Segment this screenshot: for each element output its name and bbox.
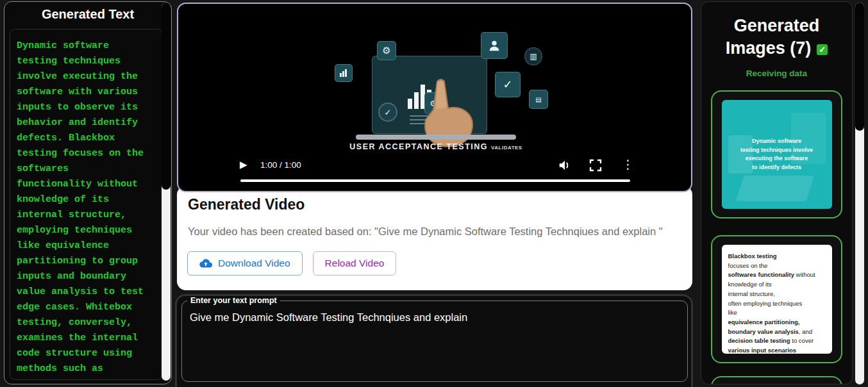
doc-tile-icon: ▤ <box>529 90 548 109</box>
generated-image-card-1[interactable]: Dynamic software testing techniques invo… <box>711 90 842 218</box>
cloud-upload-icon <box>199 259 212 268</box>
thumbnail-caption-sub: VALIDATES <box>491 145 522 151</box>
generated-text-content: Dynamic software testing techniques invo… <box>17 38 159 380</box>
generated-image-1: Dynamic software testing techniques invo… <box>722 100 832 209</box>
bank-tile-icon: ▥ <box>524 47 542 65</box>
prompt-card: Enter your text prompt Give me Dynamic S… <box>175 294 693 387</box>
left-panel-scrollbar[interactable] <box>162 3 171 381</box>
right-panel-scrollbar-thumb[interactable] <box>855 3 864 131</box>
play-button[interactable]: ▶ <box>240 159 247 170</box>
generated-text-container: Dynamic software testing techniques invo… <box>10 29 162 380</box>
gear-tile-icon: ⚙ <box>377 41 396 60</box>
fullscreen-icon <box>589 159 602 172</box>
generated-image-card-3[interactable] <box>711 376 842 384</box>
generated-images-title-line1: Generated <box>701 15 852 37</box>
generated-image-1-text: Dynamic software testing techniques invo… <box>740 137 813 172</box>
thumbnail-caption-main: USER ACCEPTANCE TESTING <box>349 142 488 151</box>
video-time-display: 1:00 / 1:00 <box>260 160 301 170</box>
receiving-data-status: Receiving data <box>701 69 852 78</box>
video-controls: ▶ 1:00 / 1:00 ⋮ <box>178 156 691 177</box>
validate-tile-icon: ✓ <box>495 72 521 97</box>
generated-text-title: Generated Text <box>4 2 171 22</box>
generated-images-panel: Generated Images (7)✓ Receiving data Dyn… <box>701 1 853 384</box>
app-window: Generated Text Dynamic software testing … <box>0 0 868 387</box>
fullscreen-button[interactable] <box>589 159 602 174</box>
left-panel-scrollbar-thumb[interactable] <box>162 3 171 190</box>
target-tile-icon: ✓ <box>378 103 397 122</box>
video-actions: Download Video Reload Video <box>187 251 396 276</box>
prompt-field-outline: Enter your text prompt Give me Dynamic S… <box>181 296 688 382</box>
generated-images-title: Generated Images (7)✓ <box>701 15 852 60</box>
reload-video-button[interactable]: Reload Video <box>313 251 397 276</box>
generated-text-panel: Generated Text Dynamic software testing … <box>4 1 172 384</box>
right-panel-scrollbar[interactable] <box>855 3 864 384</box>
speaker-icon <box>558 159 572 172</box>
reload-video-label: Reload Video <box>325 258 385 269</box>
chart-tile-icon <box>335 64 353 82</box>
download-video-label: Download Video <box>218 258 290 269</box>
generated-image-2-text: Blackbox testingfocuses on thesoftwares … <box>722 245 832 354</box>
video-player[interactable]: ⚙ ⚙⚙ ✓ ✓ ▥ ▤ USER ACCEPTANCE TESTING VAL… <box>177 3 692 192</box>
generated-video-card: Generated Video Your video has been crea… <box>177 186 692 290</box>
video-progress-bar[interactable] <box>240 179 630 182</box>
generated-image-card-2[interactable]: Blackbox testingfocuses on thesoftwares … <box>711 235 842 363</box>
download-video-button[interactable]: Download Video <box>187 251 303 276</box>
laptop-base-graphic <box>356 135 516 140</box>
checkmark-icon: ✓ <box>819 38 826 61</box>
video-thumbnail: ⚙ ⚙⚙ ✓ ✓ ▥ ▤ USER ACCEPTANCE TESTING VAL… <box>301 14 571 149</box>
pointing-hand-graphic <box>397 75 487 152</box>
volume-button[interactable] <box>558 159 572 174</box>
generated-images-title-line2: Images (7)✓ <box>701 37 852 60</box>
prompt-input[interactable]: Give me Dynamic Software Testing Technqi… <box>190 311 677 324</box>
user-tile-icon <box>481 32 508 59</box>
prompt-field-label: Enter your text prompt <box>187 296 280 305</box>
thumbnail-caption: USER ACCEPTANCE TESTING VALIDATES <box>301 142 571 151</box>
images-checkbox[interactable]: ✓ <box>817 44 828 55</box>
generated-video-title: Generated Video <box>188 196 305 213</box>
generated-video-description: Your video has been created based on: "G… <box>188 226 688 238</box>
more-options-button[interactable]: ⋮ <box>622 157 634 172</box>
